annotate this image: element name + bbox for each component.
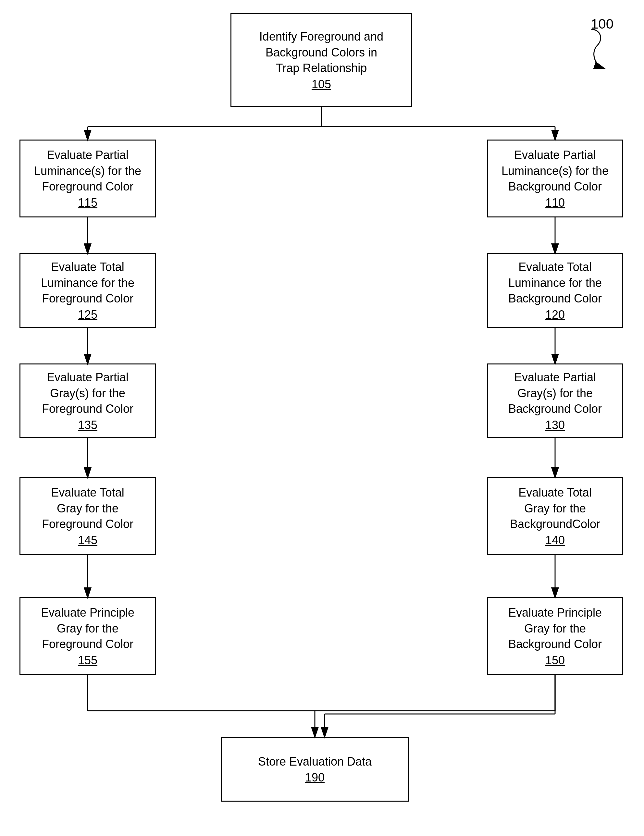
box-150-title: Evaluate PrincipleGray for theBackground…: [508, 605, 602, 652]
box-140-step: 140: [545, 534, 565, 547]
box-125-title: Evaluate TotalLuminance for theForegroun…: [41, 259, 134, 307]
box-130-step: 130: [545, 418, 565, 432]
box-155-title: Evaluate PrincipleGray for theForeground…: [41, 605, 134, 652]
box-190-step: 190: [305, 771, 325, 784]
box-190-title: Store Evaluation Data: [258, 754, 372, 770]
box-105: Identify Foreground andBackground Colors…: [230, 13, 412, 107]
box-155: Evaluate PrincipleGray for theForeground…: [20, 597, 156, 675]
box-135: Evaluate PartialGray(s) for theForegroun…: [20, 364, 156, 438]
box-145-title: Evaluate TotalGray for theForeground Col…: [42, 485, 133, 532]
box-115-step: 115: [78, 196, 97, 210]
box-110-step: 110: [545, 196, 565, 210]
box-135-title: Evaluate PartialGray(s) for theForegroun…: [42, 370, 133, 417]
box-150-step: 150: [545, 654, 565, 667]
box-140-title: Evaluate TotalGray for theBackgroundColo…: [510, 485, 600, 532]
box-145-step: 145: [78, 534, 97, 547]
box-125-step: 125: [78, 308, 97, 322]
box-115-title: Evaluate PartialLuminance(s) for theFore…: [34, 147, 141, 195]
box-145: Evaluate TotalGray for theForeground Col…: [20, 477, 156, 555]
box-125: Evaluate TotalLuminance for theForegroun…: [20, 253, 156, 328]
box-135-step: 135: [78, 418, 97, 432]
box-140: Evaluate TotalGray for theBackgroundColo…: [487, 477, 623, 555]
box-130-title: Evaluate PartialGray(s) for theBackgroun…: [508, 370, 602, 417]
box-115: Evaluate PartialLuminance(s) for theFore…: [20, 140, 156, 217]
box-155-step: 155: [78, 654, 97, 667]
flowchart-container: 100 Identify Foreground andBackground Co…: [0, 0, 644, 836]
box-105-step: 105: [312, 78, 331, 91]
box-110-title: Evaluate PartialLuminance(s) for theBack…: [502, 147, 609, 195]
box-150: Evaluate PrincipleGray for theBackground…: [487, 597, 623, 675]
box-120: Evaluate TotalLuminance for theBackgroun…: [487, 253, 623, 328]
box-130: Evaluate PartialGray(s) for theBackgroun…: [487, 364, 623, 438]
box-190: Store Evaluation Data 190: [221, 737, 409, 802]
box-120-step: 120: [545, 308, 565, 322]
ref-number: 100: [591, 16, 613, 32]
box-105-title: Identify Foreground andBackground Colors…: [259, 29, 383, 76]
box-110: Evaluate PartialLuminance(s) for theBack…: [487, 140, 623, 217]
box-120-title: Evaluate TotalLuminance for theBackgroun…: [508, 259, 602, 307]
